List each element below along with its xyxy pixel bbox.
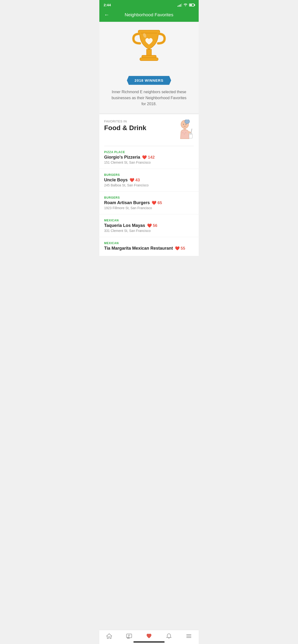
business-tag-3: BURGERS [104,196,194,199]
svg-rect-0 [138,30,160,33]
category-info: FAVORITES IN Food & Drink [104,120,146,132]
heart-icon-5: ❤️ [175,246,180,250]
trophy-illustration [106,29,192,73]
category-title: Food & Drink [104,124,146,132]
business-address-4: 331 Clement St, San Francisco [104,229,194,233]
svg-point-8 [186,124,186,125]
back-button[interactable]: ← [104,12,109,18]
business-address-3: 1923 Fillmore St, San Francisco [104,206,194,210]
business-name-4: Taqueria Los Mayas [104,223,145,228]
business-address-1: 151 Clement St, San Francisco [104,160,194,164]
heart-count-3: ❤️ 65 [152,200,162,205]
time-display: 2:44 [104,3,111,7]
wifi-icon [183,3,188,7]
main-content: 2018 WINNERS Inner Richmond E neighbors … [99,22,199,275]
heart-count-5: ❤️ 55 [175,246,185,251]
business-tag-2: BURGERS [104,173,194,176]
svg-rect-12 [189,134,192,138]
hero-description: Inner Richmond E neighbors selected thes… [111,89,187,107]
svg-rect-2 [142,55,156,58]
hero-section: 2018 WINNERS Inner Richmond E neighbors … [99,22,199,114]
svg-rect-1 [146,49,152,55]
business-list: PIZZA PLACE Giorgio's Pizzeria ❤️ 142 15… [99,146,199,256]
category-illustration [175,120,194,142]
svg-rect-13 [190,133,192,134]
header: ← Neighborhood Favorites [99,9,199,22]
category-section: FAVORITES IN Food & Drink [99,114,199,146]
business-item-2[interactable]: BURGERS Uncle Boys ❤️ 43 245 Balboa St, … [99,169,199,192]
vote-count-3: 65 [158,200,162,205]
heart-icon-3: ❤️ [152,200,157,205]
business-tag-4: MEXICAN [104,219,194,222]
business-tag-1: PIZZA PLACE [104,150,194,154]
vote-count-1: 142 [148,155,155,160]
business-name-1: Giorgio's Pizzeria [104,155,140,160]
business-name-2: Uncle Boys [104,178,128,182]
signal-icon [178,3,182,7]
category-label: FAVORITES IN [104,120,146,123]
vote-count-2: 43 [135,178,140,182]
battery-icon [189,4,194,6]
category-header: FAVORITES IN Food & Drink [104,120,194,146]
business-address-2: 245 Balboa St, San Francisco [104,183,194,187]
business-name-row-1: Giorgio's Pizzeria ❤️ 142 [104,155,194,160]
heart-count-1: ❤️ 142 [142,155,155,160]
heart-icon-2: ❤️ [129,178,134,182]
heart-count-4: ❤️ 56 [147,223,158,228]
business-name-row-3: Roam Artisan Burgers ❤️ 65 [104,200,194,205]
status-icons [178,3,194,7]
business-item-5[interactable]: MEXICAN Tia Margarita Mexican Restaurant… [99,237,199,256]
business-name-row-4: Taqueria Los Mayas ❤️ 56 [104,223,194,228]
svg-point-6 [185,120,190,124]
svg-line-14 [191,129,192,133]
business-name-row-2: Uncle Boys ❤️ 43 [104,178,194,182]
svg-point-7 [183,124,184,125]
svg-rect-3 [140,58,158,60]
business-item-3[interactable]: BURGERS Roam Artisan Burgers ❤️ 65 1923 … [99,192,199,214]
business-name-5: Tia Margarita Mexican Restaurant [104,246,173,251]
business-name-row-5: Tia Margarita Mexican Restaurant ❤️ 55 [104,246,194,251]
business-item-4[interactable]: MEXICAN Taqueria Los Mayas ❤️ 56 331 Cle… [99,214,199,237]
svg-point-9 [182,132,183,133]
svg-point-11 [185,132,186,133]
page-title: Neighborhood Favorites [125,12,174,18]
business-tag-5: MEXICAN [104,242,194,245]
vote-count-5: 55 [181,246,185,251]
heart-count-2: ❤️ 43 [129,178,140,182]
svg-point-10 [184,134,185,134]
status-bar: 2:44 [99,0,199,9]
svg-rect-15 [184,128,186,130]
business-name-3: Roam Artisan Burgers [104,200,150,205]
winners-banner: 2018 WINNERS [127,76,171,85]
vote-count-4: 56 [153,223,158,228]
heart-icon-1: ❤️ [142,155,147,160]
business-item-1[interactable]: PIZZA PLACE Giorgio's Pizzeria ❤️ 142 15… [99,146,199,169]
heart-icon-4: ❤️ [147,223,152,228]
